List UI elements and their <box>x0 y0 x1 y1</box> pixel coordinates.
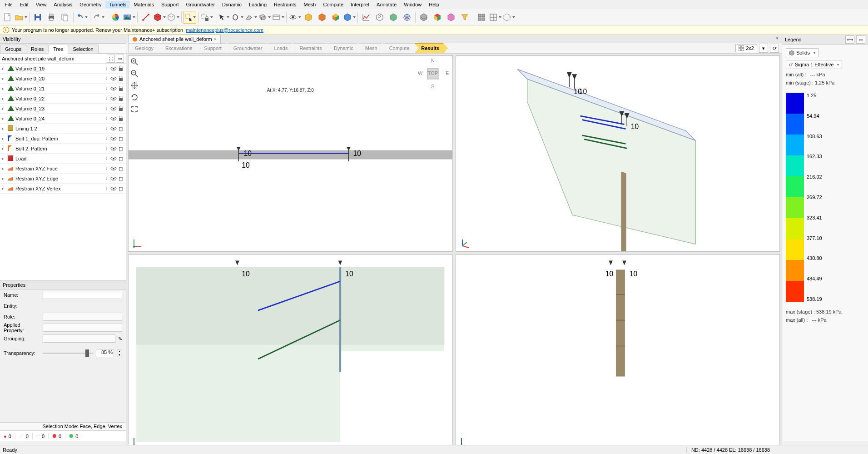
visibility-toggle-icon[interactable] <box>110 165 117 172</box>
visibility-tab-roles[interactable]: Roles <box>26 45 49 53</box>
close-tab-icon[interactable]: × <box>214 36 217 42</box>
edit-grouping-icon[interactable]: ✎ <box>118 336 122 342</box>
breadcrumb-results[interactable]: Results <box>414 43 448 53</box>
print-button[interactable] <box>45 11 58 24</box>
move-icon[interactable]: ↕ <box>103 165 109 172</box>
name-field[interactable] <box>43 291 122 299</box>
copy-button[interactable] <box>59 11 71 24</box>
move-icon[interactable]: ↕ <box>103 175 109 182</box>
visibility-tab-groups[interactable]: Groups <box>0 45 26 53</box>
expand-icon[interactable]: ▸ <box>2 136 6 141</box>
cube-orange-button[interactable] <box>316 11 328 24</box>
viewport-top-right[interactable]: 1010 10 <box>456 55 780 252</box>
visibility-toggle-icon[interactable] <box>110 95 117 102</box>
cube-red-button[interactable] <box>153 11 166 24</box>
tree-collapse-button[interactable]: ▭ <box>116 55 124 63</box>
menu-materials[interactable]: Materials <box>130 1 158 8</box>
tree-item[interactable]: ▸Restrain XYZ Edge↕ <box>0 174 126 184</box>
cube-yellow-button[interactable] <box>302 11 315 24</box>
cube-multi1-button[interactable] <box>329 11 342 24</box>
document-tab[interactable]: Anchored sheet pile wall_deform × <box>128 35 221 43</box>
breadcrumb-loads[interactable]: Loads <box>267 43 296 53</box>
legend-settings-button[interactable]: ⟷ <box>845 35 854 44</box>
expand-icon[interactable]: ▸ <box>2 146 6 151</box>
visibility-toggle-icon[interactable] <box>110 175 117 182</box>
legend-toggle-button[interactable]: ▭ <box>856 35 865 44</box>
move-icon[interactable]: ↕ <box>103 75 109 82</box>
sheet-button[interactable] <box>244 11 257 24</box>
expand-icon[interactable]: ▸ <box>2 116 6 121</box>
image-button[interactable] <box>123 11 135 24</box>
open-button[interactable] <box>15 11 27 24</box>
move-icon[interactable]: ↕ <box>103 145 109 152</box>
delete-icon[interactable] <box>118 175 124 182</box>
filter-button[interactable] <box>458 11 471 24</box>
save-button[interactable] <box>31 11 44 24</box>
cube-pink-button[interactable] <box>445 11 457 24</box>
menu-view[interactable]: View <box>32 1 50 8</box>
visibility-toggle-icon[interactable] <box>110 145 117 152</box>
move-icon[interactable]: ↕ <box>103 155 109 162</box>
visibility-toggle-icon[interactable] <box>110 65 117 72</box>
settings-cube-button[interactable] <box>502 11 515 24</box>
menu-file[interactable]: File <box>1 1 16 8</box>
move-icon[interactable]: ↕ <box>103 125 109 132</box>
menu-compute[interactable]: Compute <box>320 1 347 8</box>
graph-button[interactable] <box>360 11 372 24</box>
lock-icon[interactable] <box>118 65 124 72</box>
menu-geometry[interactable]: Geometry <box>76 1 105 8</box>
applied-select[interactable] <box>43 324 122 332</box>
breadcrumb-groundwater[interactable]: Groundwater <box>227 43 271 53</box>
delete-icon[interactable] <box>118 145 124 152</box>
visibility-tab-tree[interactable]: Tree <box>48 45 68 54</box>
lock-icon[interactable] <box>118 115 124 122</box>
expand-icon[interactable]: ▸ <box>2 106 6 111</box>
rotate-icon[interactable] <box>130 93 140 103</box>
visibility-toggle-icon[interactable] <box>110 105 117 112</box>
tree-item[interactable]: ▸Volume 0_20↕ <box>0 74 126 84</box>
tree-item[interactable]: ▸Restrain XYZ Vertex↕ <box>0 184 126 194</box>
window-button[interactable] <box>272 11 284 24</box>
viewport-layout-select[interactable]: 2x2 <box>735 44 757 52</box>
tree-item[interactable]: ▸Volume 0_21↕ <box>0 84 126 94</box>
delete-icon[interactable] <box>118 185 124 192</box>
fit-icon[interactable] <box>130 105 140 115</box>
expand-icon[interactable]: ▸ <box>2 186 6 191</box>
tree-item[interactable]: ▸Volume 0_22↕ <box>0 94 126 104</box>
menu-support[interactable]: Support <box>158 1 183 8</box>
expand-icon[interactable]: ▸ <box>2 66 6 71</box>
tab-menu-icon[interactable]: ▼ <box>775 36 779 40</box>
move-icon[interactable]: ↕ <box>103 135 109 142</box>
viewport-bottom-left[interactable]: 10 10 <box>128 254 453 451</box>
tree-item[interactable]: ▸Lining 1 2↕ <box>0 124 126 134</box>
lock-icon[interactable] <box>118 95 124 102</box>
tree-expand-button[interactable]: ⛶ <box>107 55 115 63</box>
breadcrumb-restraints[interactable]: Restraints <box>293 43 331 53</box>
menu-window[interactable]: Window <box>400 1 425 8</box>
breadcrumb-excavations[interactable]: Excavations <box>159 43 201 53</box>
grouping-select[interactable] <box>43 334 115 343</box>
viewport-top-left[interactable]: N E S W TOP At X: 4.77, Y:16.87, Z:0 <box>128 55 453 252</box>
tree-item[interactable]: ▸Volume 0_19↕ <box>0 64 126 74</box>
expand-icon[interactable]: ▸ <box>2 96 6 101</box>
expand-icon[interactable]: ▸ <box>2 176 6 181</box>
viewport-layout-dropdown[interactable]: ▾ <box>759 44 768 53</box>
cube-blue-button[interactable] <box>343 11 356 24</box>
expand-icon[interactable]: ▸ <box>2 76 6 81</box>
move-icon[interactable]: ↕ <box>103 85 109 92</box>
move-icon[interactable]: ↕ <box>103 95 109 102</box>
menu-groundwater[interactable]: Groundwater <box>183 1 219 8</box>
delete-icon[interactable] <box>118 135 124 142</box>
notification-link[interactable]: maintenanceplus@rocscience.com <box>186 27 263 33</box>
show-all-button[interactable] <box>475 11 488 24</box>
transparency-spinner[interactable]: ▲▼ <box>117 349 122 357</box>
eye-button[interactable] <box>288 11 301 24</box>
breadcrumb-support[interactable]: Support <box>197 43 230 53</box>
legend-solids-select[interactable]: Solids <box>786 48 818 57</box>
mesh-cube-button[interactable] <box>373 11 386 24</box>
layout-button[interactable] <box>489 11 501 24</box>
breadcrumb-dynamic[interactable]: Dynamic <box>327 43 362 53</box>
tree-item[interactable]: ▸Restrain XYZ Face↕ <box>0 164 126 174</box>
tree-item[interactable]: ▸Volume 0_24↕ <box>0 114 126 124</box>
move-icon[interactable]: ↕ <box>103 185 109 192</box>
